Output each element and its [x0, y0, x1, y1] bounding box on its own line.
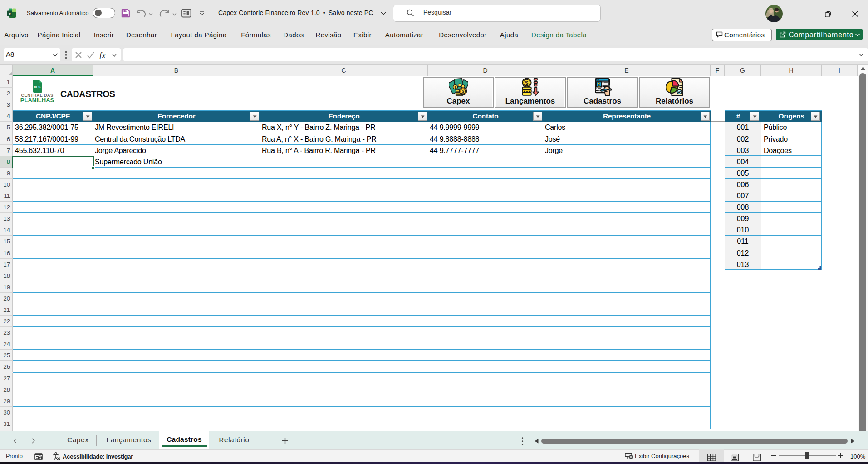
svg-text:X: X	[8, 11, 11, 16]
svg-text:$: $	[525, 80, 529, 86]
svg-text:XLS: XLS	[34, 85, 41, 89]
svg-text:$: $	[461, 89, 464, 94]
svg-text:fx: fx	[99, 50, 106, 59]
